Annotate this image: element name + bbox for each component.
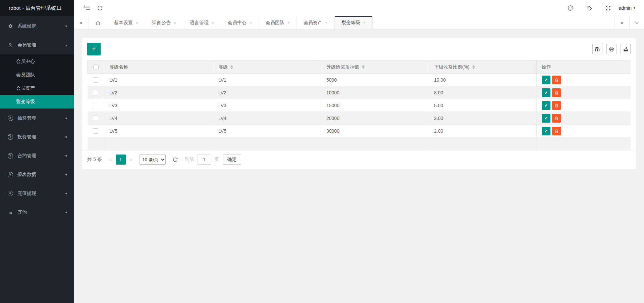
pencil-icon [544,129,548,133]
app-title: robot - 后台管理系统11 [0,0,74,16]
tab-basic-settings[interactable]: 基本设置 × [107,16,145,29]
chevron-down-icon: ▾ [65,210,67,215]
tabs-menu-button[interactable] [629,16,644,29]
chevron-down-icon: ▾ [65,154,67,158]
delete-button[interactable] [552,114,561,123]
yuan-icon: ¥ [7,191,13,197]
goto-page-input[interactable] [198,155,211,165]
yuan-icon: ¥ [7,116,13,121]
tabs-scroll-left-button[interactable]: « [74,16,89,29]
sidebar-item-investment-management[interactable]: ¥ 投资管理 ▾ [0,128,74,146]
page-unit-label: 页 [214,157,219,163]
tab-member-assets[interactable]: 会员资产 × [297,16,335,29]
select-all-checkbox[interactable] [93,64,99,70]
refresh-table-button[interactable] [172,157,178,163]
prev-page-button[interactable]: ‹ [106,155,115,165]
pagination-bar: 共 5 条 ‹ 1 › 10 条/页 到第 页 确定 [82,150,636,169]
pencil-icon [544,116,548,120]
sort-control[interactable] [362,65,365,69]
col-header-level: 等级 [213,61,321,74]
tag-button[interactable] [580,0,599,16]
close-icon[interactable]: × [174,20,176,25]
main-content: + 等级名称 [74,30,644,303]
fullscreen-button[interactable] [599,0,618,16]
sort-control[interactable] [230,65,233,69]
sidebar-item-report-data[interactable]: ¥ 报表数据 ▾ [0,165,74,184]
table-card: + 等级名称 [82,38,636,169]
pencil-icon [544,90,548,95]
close-icon[interactable]: × [136,20,138,25]
page-size-select[interactable]: 10 条/页 [140,155,166,165]
refresh-button[interactable] [93,0,107,16]
edit-button[interactable] [542,114,550,123]
cell-pledge: 10000 [321,86,429,99]
sidebar-item-other[interactable]: ∞ 其他 ▾ [0,203,74,222]
delete-button[interactable] [552,88,561,97]
current-page-button[interactable]: 1 [116,155,126,165]
delete-button[interactable] [552,127,561,135]
tab-fission-level[interactable]: 裂变等级 × [335,16,373,29]
export-button[interactable] [621,44,631,54]
cell-name: LV5 [104,125,213,137]
gear-icon [7,24,13,29]
row-checkbox[interactable] [93,128,98,134]
confirm-button[interactable]: 确定 [223,155,241,165]
sort-control[interactable] [472,65,475,69]
home-tab[interactable] [89,16,107,29]
cell-name: LV2 [104,86,213,99]
add-button[interactable]: + [87,43,101,55]
edit-button[interactable] [542,101,550,110]
user-menu[interactable]: admin ▾ [618,5,635,11]
cell-level: LV3 [213,99,321,112]
sidebar-item-system-settings[interactable]: 系统设定 ▾ [0,17,74,36]
next-page-button[interactable]: › [127,155,136,165]
edit-button[interactable] [542,127,550,135]
cell-name: LV1 [104,74,213,86]
cell-level: LV4 [213,112,321,125]
col-header-pledge: 升级所需质押值 [321,61,429,74]
tab-popup-announcement[interactable]: 弹窗公告 × [145,16,183,29]
tab-member-center[interactable]: 会员中心 × [221,16,259,29]
total-count: 共 5 条 [87,157,102,163]
palette-icon [567,5,574,11]
cell-ratio: 2.00 [429,125,537,137]
pencil-icon [544,78,548,82]
close-icon[interactable]: × [212,20,214,25]
print-button[interactable] [606,44,616,54]
sidebar-item-member-center[interactable]: 会员中心 [0,55,74,68]
close-icon[interactable]: × [287,20,290,25]
filter-columns-button[interactable] [592,44,602,54]
sidebar-item-member-assets[interactable]: 会员资产 [0,82,74,95]
tabs-scroll-right-button[interactable]: » [614,16,629,29]
row-checkbox[interactable] [93,90,98,95]
sidebar-item-recharge-withdraw[interactable]: ¥ 充值提现 ▾ [0,184,74,203]
collapse-sidebar-button[interactable] [80,0,93,16]
close-icon[interactable]: × [363,20,366,25]
print-icon [609,46,614,52]
link-icon: ∞ [7,210,13,215]
sidebar-item-lottery-management[interactable]: ¥ 抽奖管理 ▾ [0,109,74,128]
delete-button[interactable] [552,101,561,110]
delete-button[interactable] [552,76,561,84]
yuan-icon: ¥ [7,153,13,159]
row-checkbox[interactable] [93,103,98,108]
tab-member-team[interactable]: 会员团队 × [259,16,297,29]
cell-pledge: 30000 [321,125,429,137]
sidebar-item-member-team[interactable]: 会员团队 [0,68,74,82]
edit-button[interactable] [542,76,550,84]
row-checkbox[interactable] [93,116,98,121]
sidebar-item-member-management[interactable]: 会员管理 ▴ [0,36,74,54]
row-checkbox[interactable] [93,77,98,83]
edit-button[interactable] [542,88,550,97]
tab-language-management[interactable]: 语言管理 × [183,16,221,29]
theme-button[interactable] [561,0,580,16]
close-icon[interactable]: × [325,20,328,25]
cell-name: LV4 [104,112,213,125]
sidebar-item-label: 抽奖管理 [17,115,65,121]
close-icon[interactable]: × [250,20,252,25]
sidebar-item-fission-level[interactable]: 裂变等级 [0,95,74,109]
sidebar-item-contract-management[interactable]: ¥ 合约管理 ▾ [0,146,74,165]
member-submenu: 会员中心 会员团队 会员资产 裂变等级 [0,54,74,109]
tab-label: 弹窗公告 [152,20,171,26]
user-icon [7,42,13,48]
